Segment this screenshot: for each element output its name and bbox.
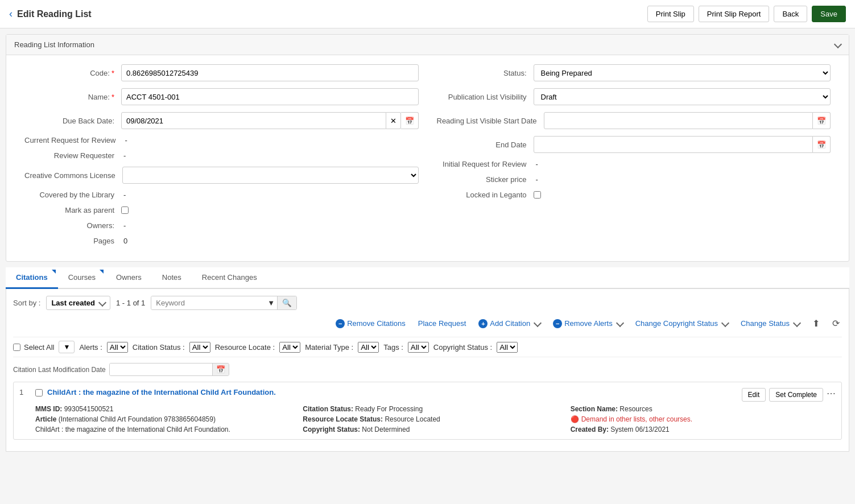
citation-more-options-icon[interactable]: ⋯ <box>827 388 836 402</box>
date-filter-label: Citation Last Modification Date <box>13 366 106 374</box>
place-request-button[interactable]: Place Request <box>416 317 469 330</box>
citation-meta: MMS ID: 9930541500521 Citation Status: R… <box>19 405 836 433</box>
remove-alerts-button[interactable]: − Remove Alerts <box>551 317 625 331</box>
reading-list-info-panel: Reading List Information Code:* Name:* <box>6 34 849 262</box>
citation-status-filter-select[interactable]: All <box>189 342 210 353</box>
search-button[interactable]: 🔍 <box>277 296 296 309</box>
citation-section-value: Resources <box>619 405 652 413</box>
tab-citations[interactable]: Citations <box>6 267 58 289</box>
name-input[interactable] <box>121 88 419 105</box>
visible-start-date-row: Reading List Visible Start Date <box>437 112 831 129</box>
form-right-col: Status: Being Prepared Publication List … <box>428 64 840 252</box>
mark-as-parent-checkbox[interactable] <box>121 206 129 214</box>
date-filter-input[interactable] <box>110 363 212 375</box>
select-all-checkbox[interactable] <box>13 344 20 351</box>
filter-bar: Select All ▼ Alerts : All Citation Statu… <box>13 337 842 357</box>
citation-edit-button[interactable]: Edit <box>742 388 766 402</box>
citation-status-value: Ready For Processing <box>355 405 423 413</box>
visible-start-date-input[interactable] <box>544 112 813 129</box>
print-slip-button[interactable]: Print Slip <box>647 6 694 22</box>
back-button[interactable]: Back <box>774 6 807 22</box>
sticker-price-value: - <box>534 175 538 184</box>
required-star: * <box>111 69 114 77</box>
tab-recent-changes[interactable]: Recent Changes <box>192 267 267 289</box>
citation-title[interactable]: ChildArt : the magazine of the Internati… <box>47 388 737 396</box>
add-citation-button[interactable]: + Add Citation <box>476 317 543 331</box>
tab-courses[interactable]: Courses <box>58 267 106 289</box>
citation-demand-meta: 🔴 Demand in other lists, other courses. <box>571 415 836 423</box>
section-header[interactable]: Reading List Information <box>6 35 849 55</box>
sort-chevron-icon <box>97 299 105 307</box>
alerts-filter-button[interactable]: ▼ <box>59 341 75 353</box>
citation-resource-locate-meta: Resource Locate Status: Resource Located <box>303 415 568 423</box>
plus-circle-icon: + <box>478 319 488 328</box>
creative-commons-select[interactable] <box>122 167 419 184</box>
owners-value: - <box>121 221 126 230</box>
change-copyright-chevron-icon <box>720 319 728 328</box>
resource-locate-filter-select[interactable]: All <box>279 342 300 353</box>
due-date-clear-button[interactable]: ✕ <box>386 112 401 129</box>
citation-status-filter-label: Citation Status : <box>133 343 185 352</box>
locked-leganto-row: Locked in Leganto <box>437 191 831 199</box>
calendar-icon <box>405 117 414 125</box>
due-date-calendar-button[interactable] <box>401 112 419 129</box>
copyright-status-filter-select[interactable]: All <box>497 342 518 353</box>
publication-visibility-select[interactable]: Draft <box>534 88 831 105</box>
visible-start-date-calendar-button[interactable] <box>813 112 831 129</box>
citations-toolbar: Sort by : Last created 1 - 1 of 1 ▼ 🔍 <box>13 296 842 310</box>
locked-leganto-checkbox[interactable] <box>534 191 541 199</box>
action-bar: − Remove Citations Place Request + Add C… <box>13 316 842 331</box>
form-left-col: Code:* Name:* Due Back Date: ✕ <box>15 64 428 252</box>
citation-copyright-meta: Copyright Status: Not Determined <box>303 425 568 433</box>
due-back-date-input[interactable] <box>121 112 386 129</box>
end-date-label: End Date <box>437 141 534 149</box>
creative-commons-label: Creative Commons License <box>24 171 122 180</box>
citation-status-meta: Citation Status: Ready For Processing <box>303 405 568 413</box>
export-icon: ⬆ <box>812 319 820 328</box>
section-header-title: Reading List Information <box>14 40 94 49</box>
tab-owners[interactable]: Owners <box>106 267 152 289</box>
end-date-row: End Date <box>437 136 831 153</box>
citation-set-complete-button[interactable]: Set Complete <box>769 388 823 402</box>
remove-citations-button[interactable]: − Remove Citations <box>333 317 408 331</box>
code-row: Code:* <box>24 64 419 81</box>
visible-start-date-field <box>544 112 831 129</box>
mark-as-parent-field <box>121 206 129 214</box>
pages-label: Pages <box>24 237 121 245</box>
material-type-filter-select[interactable]: All <box>358 342 379 353</box>
keyword-search-input[interactable] <box>151 296 265 309</box>
mark-as-parent-row: Mark as parent <box>24 206 419 214</box>
sort-button[interactable]: Last created <box>46 296 110 310</box>
tags-filter-select[interactable]: All <box>408 342 429 353</box>
citation-checkbox[interactable] <box>35 389 43 396</box>
tab-corner-courses <box>100 270 104 274</box>
back-arrow-icon[interactable]: ‹ <box>9 8 13 20</box>
sticker-price-label: Sticker price <box>437 175 534 184</box>
code-input[interactable] <box>121 64 419 81</box>
change-status-chevron-icon <box>792 319 800 328</box>
tab-notes[interactable]: Notes <box>152 267 192 289</box>
print-slip-report-button[interactable]: Print Slip Report <box>699 6 770 22</box>
add-citation-chevron-icon <box>532 319 540 328</box>
pages-value: 0 <box>121 237 127 245</box>
sticker-price-row: Sticker price - <box>437 175 831 184</box>
citation-mms-id-value: 9930541500521 <box>64 405 114 413</box>
refresh-button[interactable]: ⟳ <box>830 316 842 331</box>
end-date-input[interactable] <box>534 136 813 153</box>
creative-commons-row: Creative Commons License <box>24 167 419 184</box>
save-button[interactable]: Save <box>812 6 846 22</box>
due-back-date-field: ✕ <box>121 112 419 129</box>
status-select-wrap: Being Prepared <box>534 64 831 81</box>
change-copyright-status-button[interactable]: Change Copyright Status <box>633 317 730 330</box>
page-header: ‹ Edit Reading List Print Slip Print Sli… <box>0 0 855 28</box>
date-filter-calendar-button[interactable] <box>212 363 229 375</box>
end-date-calendar-button[interactable] <box>813 136 831 153</box>
citation-subtitle-meta: ChildArt : the magazine of the Internati… <box>35 425 300 433</box>
covered-library-row: Covered by the Library - <box>24 191 419 199</box>
change-status-button[interactable]: Change Status <box>738 317 802 330</box>
initial-request-row: Initial Request for Review - <box>437 160 831 168</box>
status-label: Status: <box>437 69 534 77</box>
export-button[interactable]: ⬆ <box>810 316 822 331</box>
status-select[interactable]: Being Prepared <box>534 64 831 81</box>
alerts-filter-select[interactable]: All <box>107 342 128 353</box>
